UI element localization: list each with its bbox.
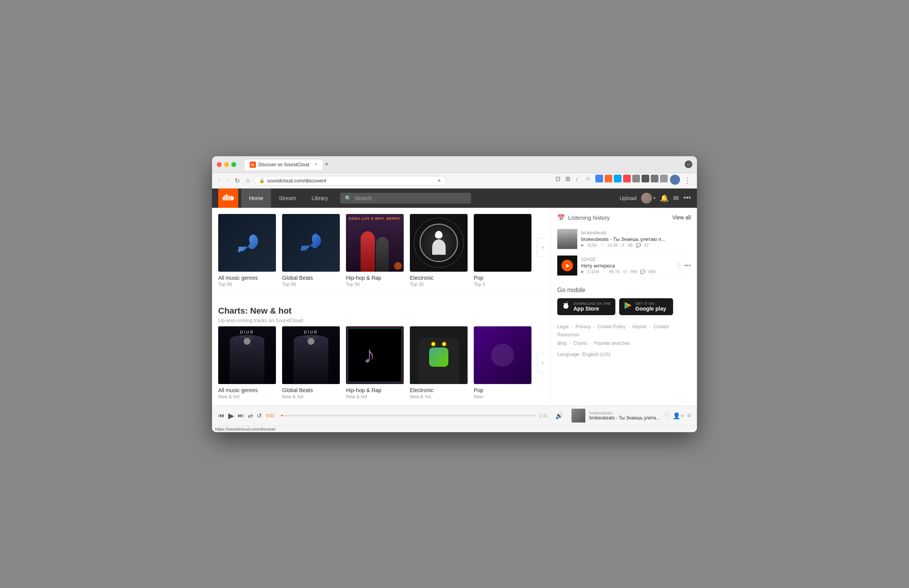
maximize-button[interactable] [231,162,236,167]
language-select[interactable]: English (US) [582,351,610,357]
chart-title: Hip-hop & Rap [346,275,404,281]
new-hot-title: Charts: New & hot [218,306,545,316]
charts-link[interactable]: Charts [573,341,587,346]
chart-title: Electronic [410,387,468,393]
active-tab[interactable]: Discover on SoundCloud ✕ [244,159,323,170]
minimize-button[interactable] [224,162,229,167]
ext-icon-7[interactable] [651,175,658,182]
history-thumb-1[interactable] [557,229,577,249]
ext-icon-3[interactable] [614,175,622,182]
google-play-icon [624,301,632,312]
ext-translate-icon[interactable] [595,175,603,182]
scroll-right-top50-button[interactable]: › [537,238,545,257]
chart-thumbnail[interactable] [410,326,468,384]
browser-toolbar: ⊡ ⊞ ↓ ☆ ⋮ [555,175,692,186]
grid-icon[interactable]: ⊞ [565,175,573,182]
close-button[interactable] [217,162,222,167]
player-controls: ⏮ ▶ ⏭ ⇄ ↺ [218,411,262,420]
chart-thumbnail[interactable] [282,214,340,272]
view-all-link[interactable]: View all [672,214,691,220]
history-thumb-2[interactable]: ▶ [557,256,577,276]
star-icon[interactable]: ☆ [585,175,593,182]
chart-thumbnail[interactable]: ♪ [346,326,404,384]
more-options-button[interactable]: ••• [684,262,691,269]
new-tab-button[interactable]: + [325,160,329,169]
nav-home[interactable]: Home [241,189,271,208]
url-bar[interactable]: 🔒 soundcloud.com/discover# ★ [254,176,446,185]
player-follow-button[interactable]: 👤+ [673,412,684,419]
ext-icon-5[interactable] [632,175,640,182]
ext-icon-2[interactable] [605,175,612,182]
cookie-policy-link[interactable]: Cookie Policy [598,324,626,329]
ext-icon-6[interactable] [642,175,649,182]
browser-menu-icon[interactable]: ⊙ [685,160,692,168]
chart-title: Global Beats [282,387,340,393]
chart-thumbnail[interactable]: SODA LUV X WHY_BERRY [346,214,404,272]
search-input[interactable] [354,195,466,201]
chart-thumbnail[interactable] [474,326,531,384]
chart-thumbnail[interactable] [218,214,276,272]
player-like-button[interactable]: ♡ [664,412,670,419]
chart-thumbnail[interactable]: DIUR TOP 100 [218,326,276,384]
chart-sub: New & hot [346,394,404,399]
app-store-badge[interactable]: Download on the App Store [557,298,615,315]
current-time: 0:01 [266,413,278,418]
forward-button[interactable]: › [225,175,230,185]
scroll-right-newhot-button[interactable]: › [537,353,545,373]
player-queue-button[interactable]: ≡ [687,412,691,419]
download-icon[interactable]: ↓ [575,175,583,182]
play-pause-button[interactable]: ▶ [228,411,234,420]
chart-thumbnail[interactable]: DIUR TOP 100 [282,326,340,384]
extension-icons [595,175,668,186]
listening-history-header: 📅 Listening history View all [557,214,691,221]
google-play-badge[interactable]: GET IT ON Google play [619,298,673,315]
chart-item: SODA LUV X WHY_BERRY Hip-hop & Rap Top 5… [346,214,404,287]
repost-icon: ↺ [621,243,625,248]
tab-close-icon[interactable]: ✕ [314,162,317,167]
chart-thumbnail[interactable] [410,214,468,272]
imprint-link[interactable]: Imprint [633,324,647,329]
nav-stream[interactable]: Stream [271,189,304,208]
popular-searches-link[interactable]: Popular searches [594,341,630,346]
next-button[interactable]: ⏭ [238,412,244,419]
soundcloud-logo[interactable] [218,189,238,208]
blog-link[interactable]: Blog [557,341,566,346]
history-item: brokeubeats brokeubeats - Ты Знаешь улет… [557,226,691,252]
notifications-button[interactable]: 🔔 [660,194,668,202]
like-button[interactable]: ♡ [677,262,682,269]
home-button[interactable]: ⌂ [244,175,251,185]
browser-menu-button[interactable]: ⋮ [682,175,692,186]
title-bar: Discover on SoundCloud ✕ + ⊙ [212,156,697,173]
nav-right: Upload ▾ 🔔 ✉ ••• [620,193,691,204]
prev-button[interactable]: ⏮ [218,412,224,419]
status-url: https://soundcloud.com/discover [215,427,276,431]
volume-button[interactable]: 🔊 [555,412,563,419]
player-progress: 0:01 2:31 [266,413,551,418]
go-mobile-section: Go mobile Download on the App Store [557,287,691,315]
repeat-button[interactable]: ↺ [257,412,262,419]
messages-icon[interactable]: ✉ [673,194,679,202]
legal-link[interactable]: Legal [557,324,568,329]
screen-cast-icon[interactable]: ⊡ [555,175,563,182]
nav-library[interactable]: Library [304,189,336,208]
ext-icon-4[interactable] [623,175,631,182]
browser-window: Discover on SoundCloud ✕ + ⊙ ‹ › ↻ ⌂ 🔒 s… [212,156,697,432]
shuffle-button[interactable]: ⇄ [248,412,253,419]
player-track: brokeubeats brokeubeats - Ты Знаешь улет… [571,409,660,423]
privacy-link[interactable]: Privacy [575,324,590,329]
more-options-icon[interactable]: ••• [683,194,691,202]
refresh-button[interactable]: ↻ [233,175,241,186]
section-divider [218,293,545,294]
back-button[interactable]: ‹ [217,175,222,185]
bookmark-icon[interactable]: ★ [437,178,441,183]
google-play-text: GET IT ON Google play [635,302,666,312]
chart-thumbnail[interactable] [474,214,531,272]
progress-bar[interactable] [281,415,536,416]
ext-icon-8[interactable] [660,175,668,182]
footer-links: Legal · Privacy · Cookie Policy · Imprin… [557,323,691,359]
upload-button[interactable]: Upload [620,195,637,201]
chart-title: Electronic [410,275,468,281]
player-track-info: brokeubeats brokeubeats - Ты Знаешь улет… [589,411,660,421]
user-menu[interactable]: ▾ [641,193,655,204]
profile-avatar-browser[interactable] [670,175,680,185]
